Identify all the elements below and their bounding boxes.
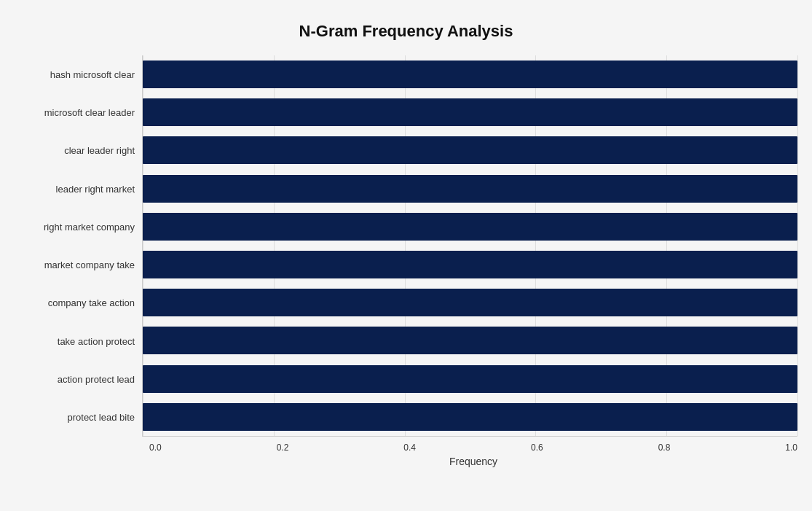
bars-and-grid [142, 55, 797, 437]
y-label: microsoft clear leader [44, 108, 135, 117]
x-tick-label: 1.0 [785, 442, 797, 453]
bar-row [143, 173, 797, 205]
y-label: protect lead bite [67, 413, 135, 422]
bars-section: hash microsoft clearmicrosoft clear lead… [15, 55, 797, 437]
x-axis-title: Frequency [149, 456, 797, 467]
chart-container: N-Gram Frequency Analysis hash microsoft… [0, 0, 812, 511]
bar [143, 213, 797, 241]
bar-row [143, 211, 797, 243]
bar [143, 136, 797, 164]
x-tick-label: 0.0 [149, 442, 162, 453]
x-tick-label: 0.2 [277, 442, 289, 453]
grid-line [797, 55, 798, 436]
bar [143, 365, 797, 393]
chart-title: N-Gram Frequency Analysis [15, 15, 797, 41]
y-label: right market company [44, 222, 135, 232]
y-label: leader right market [56, 184, 135, 194]
y-labels: hash microsoft clearmicrosoft clear lead… [15, 55, 142, 437]
bar [143, 175, 797, 203]
x-tick-label: 0.8 [658, 442, 671, 453]
x-tick-label: 0.6 [531, 442, 543, 453]
bar [143, 327, 797, 354]
bar-row [143, 96, 797, 128]
y-label: hash microsoft clear [50, 70, 135, 79]
chart-area: hash microsoft clearmicrosoft clear lead… [15, 55, 797, 467]
bar-row [143, 363, 797, 395]
bar-row [143, 401, 797, 433]
bar [143, 251, 797, 278]
bar [143, 403, 797, 431]
y-label: company take action [48, 298, 135, 308]
x-tick-label: 0.4 [403, 442, 416, 453]
bar-row [143, 286, 797, 319]
bar [143, 98, 797, 126]
bar-row [143, 134, 797, 166]
y-label: take action protect [58, 337, 135, 346]
bar [143, 289, 797, 316]
y-label: clear leader right [64, 146, 135, 155]
bar-row [143, 249, 797, 281]
bar-row [143, 324, 797, 356]
bar-row [143, 58, 797, 90]
y-label: action protect lead [58, 375, 135, 384]
y-label: market company take [44, 260, 135, 270]
bar [143, 61, 797, 88]
